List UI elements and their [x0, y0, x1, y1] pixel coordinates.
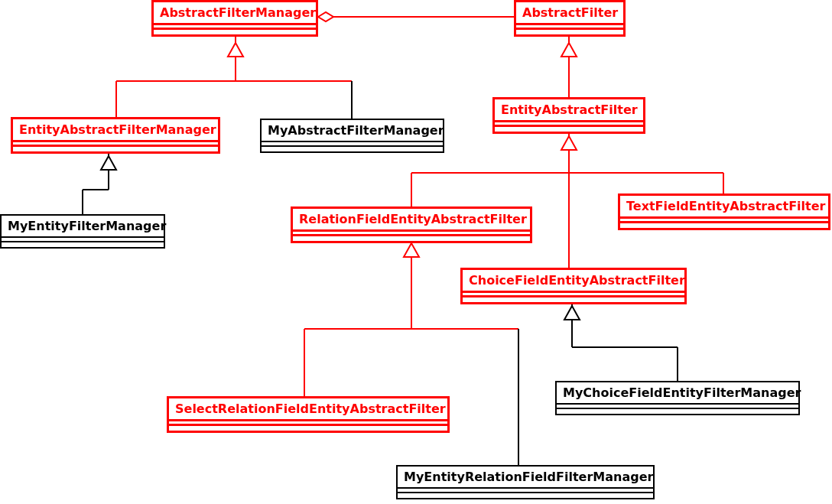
- compartment: [398, 493, 653, 498]
- compartment: [293, 236, 530, 241]
- edge-gen-eafm-mefm: [83, 151, 116, 214]
- class-abstract-filter-manager: AbstractFilterManager: [151, 0, 318, 37]
- svg-marker-14: [561, 43, 577, 57]
- class-choice-field-entity-abstract-filter: ChoiceFieldEntityAbstractFilter: [460, 268, 687, 304]
- class-my-entity-relation-field-filter-manager: MyEntityRelationFieldFilterManager: [396, 465, 655, 499]
- compartment: [154, 30, 316, 34]
- class-name: AbstractFilter: [516, 2, 623, 25]
- class-text-field-entity-abstract-filter: TextFieldEntityAbstractFilter: [618, 193, 830, 230]
- class-name: EntityAbstractFilter: [495, 99, 643, 122]
- compartment: [620, 223, 828, 228]
- edge-aggregation-afm-af: [318, 12, 514, 21]
- svg-marker-23: [404, 243, 419, 257]
- class-my-entity-filter-manager: MyEntityFilterManager: [0, 214, 165, 249]
- class-name: RelationFieldEntityAbstractFilter: [293, 209, 530, 232]
- compartment: [13, 147, 218, 151]
- class-name: TextFieldEntityAbstractFilter: [620, 196, 828, 219]
- svg-marker-17: [561, 136, 577, 150]
- compartment: [516, 30, 623, 34]
- uml-class-diagram: AbstractFilterManager AbstractFilter Ent…: [0, 0, 832, 504]
- svg-marker-3: [228, 43, 243, 57]
- class-entity-abstract-filter: EntityAbstractFilter: [492, 97, 645, 134]
- class-my-choice-field-entity-filter-manager: MyChoiceFieldEntityFilterManager: [555, 381, 800, 415]
- class-name: SelectRelationFieldEntityAbstractFilter: [169, 398, 447, 421]
- class-name: EntityAbstractFilterManager: [13, 119, 218, 142]
- svg-marker-9: [101, 156, 116, 170]
- svg-marker-1: [318, 12, 333, 21]
- edge-gen-cfeaf-mcfefm: [564, 302, 678, 381]
- class-name: MyEntityRelationFieldFilterManager: [398, 467, 653, 489]
- compartment: [463, 298, 684, 302]
- edge-gen-af-eaf: [561, 35, 577, 97]
- class-name: MyEntityFilterManager: [2, 216, 164, 238]
- class-select-relation-field-entity-abstract-filter: SelectRelationFieldEntityAbstractFilter: [167, 396, 450, 433]
- class-my-abstract-filter-manager: MyAbstractFilterManager: [260, 119, 444, 153]
- compartment: [262, 147, 443, 151]
- edge-gen-afm-children: [116, 35, 352, 119]
- class-name: MyChoiceFieldEntityFilterManager: [557, 382, 798, 405]
- class-name: AbstractFilterManager: [154, 2, 316, 25]
- compartment: [495, 127, 643, 132]
- compartment: [2, 242, 164, 247]
- class-relation-field-entity-abstract-filter: RelationFieldEntityAbstractFilter: [291, 206, 532, 243]
- svg-marker-29: [564, 306, 580, 320]
- compartment: [169, 426, 447, 431]
- compartment: [557, 409, 798, 414]
- class-abstract-filter: AbstractFilter: [514, 0, 626, 37]
- class-name: ChoiceFieldEntityAbstractFilter: [463, 270, 684, 293]
- class-name: MyAbstractFilterManager: [262, 120, 443, 142]
- class-entity-abstract-filter-manager: EntityAbstractFilterManager: [11, 117, 220, 154]
